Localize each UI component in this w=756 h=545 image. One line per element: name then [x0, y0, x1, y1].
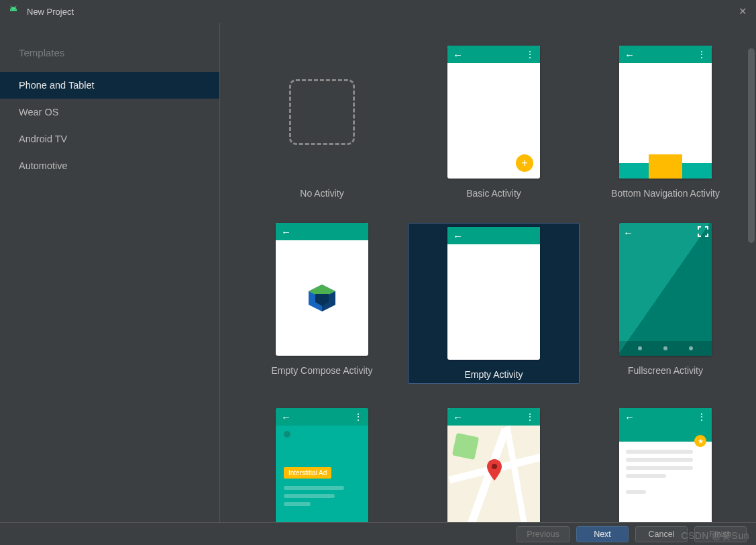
fullscreen-icon	[698, 226, 708, 237]
template-label: No Activity	[300, 188, 343, 199]
template-thumbnail	[276, 46, 368, 179]
nav-dots-icon	[619, 341, 712, 356]
star-icon: ★	[694, 435, 706, 447]
back-arrow-icon: ←	[623, 227, 633, 238]
bottom-nav-highlight-icon	[649, 154, 682, 179]
template-bottom-navigation-activity[interactable]: ←⋮ Bottom Navigation Activity	[580, 39, 751, 216]
template-thumbnail: ←⋮ ★	[619, 408, 712, 522]
sidebar-item-label: Phone and Tablet	[19, 80, 95, 91]
template-grid: No Activity ←⋮ + Basic Activity ←⋮ Botto…	[236, 39, 756, 522]
template-scrolling-activity[interactable]: ←⋮ ★	[580, 401, 751, 522]
close-icon[interactable]: ✕	[736, 5, 749, 17]
template-gallery: No Activity ←⋮ + Basic Activity ←⋮ Botto…	[220, 23, 756, 522]
overflow-menu-icon: ⋮	[354, 415, 363, 419]
overflow-menu-icon: ⋮	[697, 415, 706, 419]
template-thumbnail: ←	[447, 227, 540, 360]
template-thumbnail: ←⋮	[447, 408, 540, 522]
svg-line-3	[15, 6, 17, 7]
template-empty-activity[interactable]: ← Empty Activity	[408, 216, 580, 401]
android-logo-icon	[7, 5, 20, 18]
template-empty-compose-activity[interactable]: ← Empty Compose Activity	[236, 216, 408, 401]
template-thumbnail: ←⋮	[619, 46, 712, 179]
back-arrow-icon: ←	[625, 49, 635, 60]
back-arrow-icon: ←	[453, 230, 463, 242]
template-basic-activity[interactable]: ←⋮ + Basic Activity	[408, 39, 580, 216]
main-area: Templates Phone and Tablet Wear OS Andro…	[0, 23, 756, 522]
overflow-menu-icon: ⋮	[525, 415, 535, 419]
sidebar: Templates Phone and Tablet Wear OS Andro…	[0, 23, 220, 522]
template-label: Basic Activity	[466, 188, 521, 199]
sidebar-item-label: Automotive	[19, 160, 68, 171]
scrollbar-thumb[interactable]	[748, 48, 755, 243]
back-arrow-icon: ←	[281, 226, 291, 238]
overflow-menu-icon: ⋮	[697, 53, 706, 56]
svg-point-0	[11, 9, 12, 9]
sidebar-item-phone-tablet[interactable]: Phone and Tablet	[0, 72, 219, 99]
template-label: Empty Activity	[447, 369, 540, 380]
overflow-menu-icon: ⋮	[525, 53, 535, 56]
sidebar-item-label: Android TV	[19, 134, 67, 144]
sidebar-item-wear-os[interactable]: Wear OS	[0, 99, 219, 126]
selection-border: ← Empty Activity	[408, 223, 580, 384]
sidebar-item-automotive[interactable]: Automotive	[0, 152, 219, 179]
compose-logo-icon	[276, 240, 368, 356]
template-thumbnail: ←	[276, 223, 368, 356]
next-button[interactable]: Next	[576, 526, 629, 542]
sidebar-header: Templates	[0, 43, 219, 72]
window-title: New Project	[27, 7, 74, 17]
template-fullscreen-activity[interactable]: ← Fullscreen Activity	[580, 216, 751, 401]
template-maps-activity[interactable]: ←⋮	[408, 401, 580, 522]
back-arrow-icon: ←	[453, 411, 463, 423]
template-thumbnail: ←⋮ Interstitial Ad	[276, 408, 368, 522]
template-thumbnail: ←⋮ +	[447, 46, 540, 179]
ad-badge: Interstitial Ad	[284, 467, 331, 479]
sidebar-item-label: Wear OS	[19, 107, 58, 117]
dashed-box-icon	[289, 79, 355, 145]
template-label: Empty Compose Activity	[272, 365, 373, 376]
cancel-button[interactable]: Cancel	[635, 526, 688, 542]
svg-point-1	[15, 9, 15, 9]
back-arrow-icon: ←	[453, 49, 463, 60]
previous-button[interactable]: Previous	[517, 526, 570, 542]
sidebar-item-android-tv[interactable]: Android TV	[0, 126, 219, 152]
finish-button[interactable]: Finish	[694, 526, 747, 542]
template-label: Fullscreen Activity	[628, 365, 703, 376]
back-arrow-icon: ←	[625, 411, 635, 423]
template-label: Bottom Navigation Activity	[611, 188, 720, 199]
button-bar: Previous Next Cancel Finish	[0, 522, 756, 545]
svg-point-8	[492, 464, 497, 469]
template-thumbnail: ←	[619, 223, 712, 356]
fab-icon: +	[516, 154, 533, 172]
titlebar: New Project ✕	[0, 0, 756, 23]
back-arrow-icon: ←	[281, 411, 291, 423]
map-pin-icon	[486, 459, 502, 481]
svg-line-2	[11, 6, 12, 7]
template-no-activity[interactable]: No Activity	[236, 39, 408, 216]
template-interstitial-ad[interactable]: ←⋮ Interstitial Ad	[236, 401, 408, 522]
